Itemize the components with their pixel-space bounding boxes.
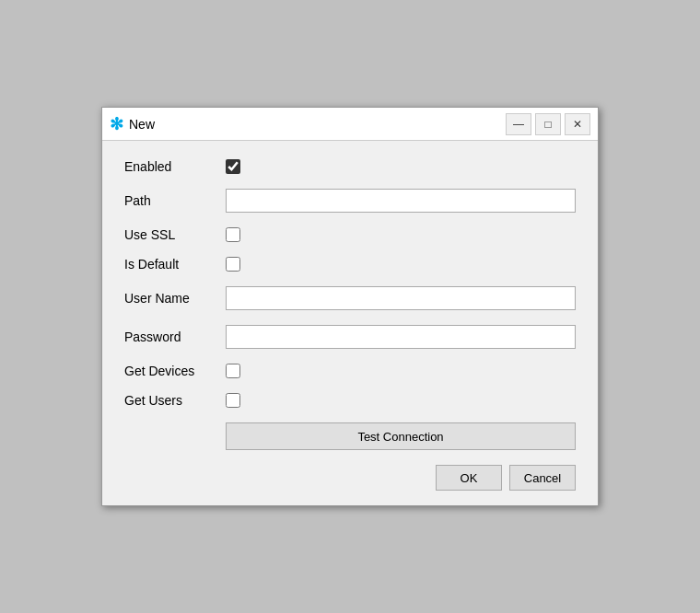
window-controls: — □ ✕ bbox=[506, 113, 590, 135]
get-users-row: Get Users bbox=[124, 393, 576, 408]
app-icon: ✻ bbox=[110, 114, 123, 134]
dialog-window: ✻ New — □ ✕ Enabled Path Use SSL bbox=[101, 107, 599, 506]
title-bar-left: ✻ New bbox=[110, 114, 155, 134]
title-bar: ✻ New — □ ✕ bbox=[102, 108, 598, 141]
password-input[interactable] bbox=[226, 325, 576, 349]
get-devices-control bbox=[226, 364, 576, 378]
enabled-row: Enabled bbox=[124, 159, 576, 174]
use-ssl-row: Use SSL bbox=[124, 227, 576, 242]
is-default-control bbox=[226, 257, 576, 272]
password-label: Password bbox=[124, 330, 226, 344]
user-name-label: User Name bbox=[124, 291, 226, 306]
get-devices-row: Get Devices bbox=[124, 364, 576, 378]
enabled-checkbox[interactable] bbox=[226, 159, 240, 174]
use-ssl-checkbox[interactable] bbox=[226, 227, 240, 242]
minimize-button[interactable]: — bbox=[506, 113, 531, 135]
user-name-row: User Name bbox=[124, 286, 576, 310]
path-input[interactable] bbox=[226, 189, 576, 213]
enabled-label: Enabled bbox=[124, 159, 226, 174]
use-ssl-control bbox=[226, 227, 576, 242]
close-button[interactable]: ✕ bbox=[565, 113, 590, 135]
get-users-control bbox=[226, 393, 576, 408]
get-users-label: Get Users bbox=[124, 393, 226, 408]
is-default-label: Is Default bbox=[124, 257, 226, 272]
test-connection-button[interactable]: Test Connection bbox=[226, 422, 576, 450]
get-devices-checkbox[interactable] bbox=[226, 364, 240, 378]
ok-button[interactable]: OK bbox=[436, 465, 502, 491]
password-control bbox=[226, 325, 576, 349]
test-connection-row: Test Connection bbox=[226, 422, 576, 450]
form-content: Enabled Path Use SSL Is Default bbox=[102, 141, 598, 505]
password-row: Password bbox=[124, 325, 576, 349]
maximize-button[interactable]: □ bbox=[535, 113, 561, 135]
footer-buttons: OK Cancel bbox=[124, 461, 576, 491]
is-default-row: Is Default bbox=[124, 257, 576, 272]
user-name-control bbox=[226, 286, 576, 310]
get-devices-label: Get Devices bbox=[124, 364, 226, 378]
path-row: Path bbox=[124, 189, 576, 213]
enabled-control bbox=[226, 159, 576, 174]
get-users-checkbox[interactable] bbox=[226, 393, 240, 408]
use-ssl-label: Use SSL bbox=[124, 227, 226, 242]
path-control bbox=[226, 189, 576, 213]
cancel-button[interactable]: Cancel bbox=[509, 465, 576, 491]
window-title: New bbox=[129, 117, 155, 132]
is-default-checkbox[interactable] bbox=[226, 257, 240, 272]
user-name-input[interactable] bbox=[226, 286, 576, 310]
path-label: Path bbox=[124, 193, 226, 208]
